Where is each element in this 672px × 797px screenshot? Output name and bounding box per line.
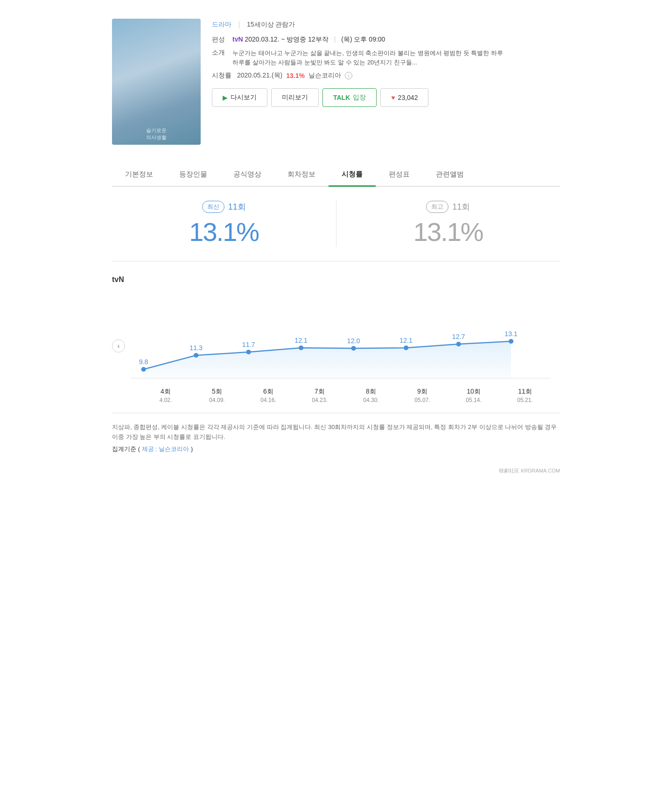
x-item-ep5: 5회 04.09. xyxy=(191,388,243,403)
tab-album[interactable]: 관련앨범 xyxy=(423,163,477,187)
tab-basic[interactable]: 기본정보 xyxy=(112,163,166,187)
point-ep9 xyxy=(404,346,408,350)
latest-label-row: 최신 11회 xyxy=(202,201,246,213)
watermark: 韓劇社区 KRDRAMA.COM xyxy=(112,463,560,474)
info-icon[interactable]: i xyxy=(345,72,352,79)
heart-icon: ♥ xyxy=(391,94,395,101)
val-ep5: 11.3 xyxy=(189,344,203,352)
footer-source: 집계기준 ( 제공 : 닐슨코리아 ) xyxy=(112,445,560,453)
x-ep-11: 11회 xyxy=(499,388,551,396)
val-ep10: 12.7 xyxy=(452,333,465,340)
point-ep5 xyxy=(194,353,198,358)
header-section: 슬기로운의사생활 드라마 15세이상 관람가 편성 tvN 2020.03.12… xyxy=(112,9,560,159)
x-date-5: 04.09. xyxy=(191,397,243,403)
source-link[interactable]: 제공 : 닐슨코리아 xyxy=(142,445,189,452)
genre-label: 드라마 xyxy=(212,21,231,29)
source-open-paren: ( xyxy=(138,445,140,452)
val-ep9: 12.1 xyxy=(399,337,413,344)
point-ep11 xyxy=(509,339,513,344)
x-item-ep7: 7회 04.23. xyxy=(294,388,345,403)
footer-note: 지상파, 종합편성, 케이블 시청률은 각각 제공사의 기준에 따라 집계됩니다… xyxy=(112,413,560,463)
x-ep-6: 6회 xyxy=(243,388,294,396)
stats-row: 최신 11회 13.1% 최고 11회 13.1% xyxy=(112,201,560,261)
val-ep11: 13.1 xyxy=(504,330,518,338)
x-axis: 4회 4.02. 5회 04.09. 6회 04.16. 7회 04.23. xyxy=(140,388,551,403)
best-stat: 최고 11회 13.1% xyxy=(336,201,560,247)
genre-row: 드라마 15세이상 관람가 xyxy=(212,21,560,29)
broadcast-dates: 2020.03.12. ~ 방영중 12부작 xyxy=(245,35,328,43)
best-ep: 11회 xyxy=(452,201,470,212)
broadcast-key: 편성 xyxy=(212,35,227,44)
network-label: tvN xyxy=(232,35,243,43)
age-rating: 15세이상 관람가 xyxy=(247,21,295,29)
x-date-9: 05.07. xyxy=(397,397,448,403)
rating-key: 시청률 xyxy=(212,71,231,80)
rating-date: 2020.05.21.(목) xyxy=(237,71,282,80)
latest-stat: 최신 11회 13.1% xyxy=(112,201,336,247)
x-date-8: 04.30. xyxy=(345,397,397,403)
x-ep-4: 4회 xyxy=(140,388,191,396)
x-item-ep6: 6회 04.16. xyxy=(243,388,294,403)
latest-ep: 11회 xyxy=(228,201,246,212)
x-date-11: 05.21. xyxy=(499,397,551,403)
preview-label: 미리보기 xyxy=(282,93,308,102)
x-item-ep8: 8회 04.30. xyxy=(345,388,397,403)
x-ep-9: 9회 xyxy=(397,388,448,396)
point-ep8 xyxy=(351,346,356,351)
nav-tabs: 기본정보 등장인물 공식영상 회차정보 시청률 편성표 관련앨범 xyxy=(112,163,560,187)
replay-label: 다시보기 xyxy=(231,93,257,102)
channel-label: tvN xyxy=(112,275,560,284)
talk-button[interactable]: TALK 입장 xyxy=(322,88,377,107)
latest-pct: 13.1% xyxy=(189,217,259,247)
chart-scroll-left[interactable]: ‹ xyxy=(112,339,125,353)
x-ep-8: 8회 xyxy=(345,388,397,396)
point-ep10 xyxy=(456,342,461,346)
rating-detail: 2020.05.21.(목) 13.1% 닐슨코리아 i xyxy=(237,71,352,80)
tab-schedule[interactable]: 편성표 xyxy=(376,163,423,187)
drama-poster: 슬기로운의사생활 xyxy=(112,19,201,145)
x-item-ep11: 11회 05.21. xyxy=(499,388,551,403)
val-ep7: 12.1 xyxy=(294,337,308,344)
tab-videos[interactable]: 공식영상 xyxy=(220,163,274,187)
synopsis-text: 누군가는 태어나고 누군가는 삶을 끝내는, 인생의 축소판이라 불리는 병원에… xyxy=(232,49,503,67)
best-label-row: 최고 11회 xyxy=(426,201,470,213)
val-ep4: 9.8 xyxy=(139,358,148,366)
rating-info-row: 시청률 2020.05.21.(목) 13.1% 닐슨코리아 i xyxy=(212,71,560,80)
tab-episodes[interactable]: 회차정보 xyxy=(274,163,329,187)
replay-icon: ▶ xyxy=(223,94,228,101)
point-ep6 xyxy=(246,350,251,354)
replay-button[interactable]: ▶ 다시보기 xyxy=(212,88,267,107)
content-section: 최신 11회 13.1% 최고 11회 13.1% tvN ‹ xyxy=(112,187,560,488)
x-item-ep9: 9회 05.07. xyxy=(397,388,448,403)
x-item-ep4: 4회 4.02. xyxy=(140,388,191,403)
x-ep-7: 7회 xyxy=(294,388,345,396)
x-item-ep10: 10회 05.14. xyxy=(448,388,499,403)
source-label: 집계기준 xyxy=(112,445,136,452)
x-date-10: 05.14. xyxy=(448,397,499,403)
best-pct: 13.1% xyxy=(413,217,483,247)
broadcast-row: 편성 tvN 2020.03.12. ~ 방영중 12부작 | (목) 오후 0… xyxy=(212,35,560,44)
broadcast-val: tvN 2020.03.12. ~ 방영중 12부작 | (목) 오후 09:0… xyxy=(232,35,385,44)
val-ep8: 12.0 xyxy=(347,337,360,345)
source-close-paren: ) xyxy=(191,445,193,452)
x-ep-10: 10회 xyxy=(448,388,499,396)
tab-ratings[interactable]: 시청률 xyxy=(329,163,376,187)
chart-container: ‹ xyxy=(112,289,560,403)
point-ep4 xyxy=(141,367,146,372)
divider xyxy=(239,21,239,28)
x-date-6: 04.16. xyxy=(243,397,294,403)
x-date-7: 04.23. xyxy=(294,397,345,403)
rating-chart: 9.8 11.3 11.7 12.1 12.0 12.1 12.7 13.1 xyxy=(131,307,551,382)
footer-text: 지상파, 종합편성, 케이블 시청률은 각각 제공사의 기준에 따라 집계됩니다… xyxy=(112,423,560,442)
rating-pct: 13.1% xyxy=(286,72,305,79)
preview-button[interactable]: 미리보기 xyxy=(271,88,319,107)
broadcast-day: (목) 오후 09:00 xyxy=(341,35,385,43)
tab-characters[interactable]: 등장인물 xyxy=(166,163,220,187)
button-row: ▶ 다시보기 미리보기 TALK 입장 ♥ 23,042 xyxy=(212,88,560,107)
like-button[interactable]: ♥ 23,042 xyxy=(380,88,428,107)
talk-icon: TALK xyxy=(333,94,350,101)
rating-source: 닐슨코리아 xyxy=(308,71,341,80)
synopsis-key: 소개 xyxy=(212,49,227,57)
best-badge: 최고 xyxy=(426,201,448,213)
x-ep-5: 5회 xyxy=(191,388,243,396)
